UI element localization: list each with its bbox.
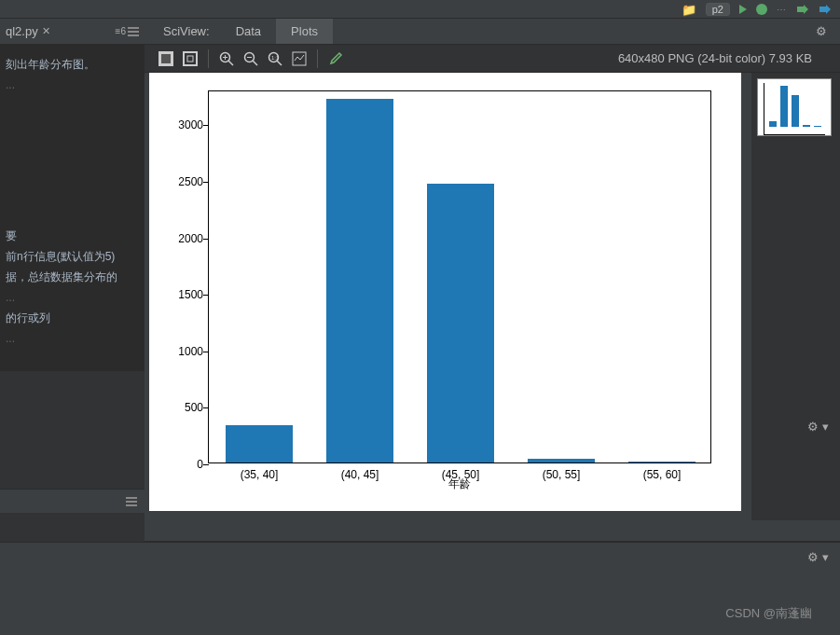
editor-tab[interactable]: ql2.py ✕ ≡6	[0, 19, 145, 45]
run-toolbar: 📁 p2 ⋯	[672, 0, 840, 19]
svg-text:1:1: 1:1	[271, 55, 280, 61]
code-fold: ...	[6, 287, 139, 308]
plot-thumbnail[interactable]	[757, 78, 832, 136]
x-axis-title: 年龄	[448, 476, 471, 492]
toolbar-separator	[208, 49, 209, 68]
sciview-tabbar: SciView: Data Plots ⚙	[145, 19, 840, 45]
y-tick-label: 2500	[168, 175, 203, 188]
x-tick-label: (50, 55]	[543, 468, 581, 481]
tab-data[interactable]: Data	[221, 19, 276, 44]
plot-canvas[interactable]: 050010001500200025003000(35, 40](40, 45]…	[149, 73, 741, 511]
y-tick	[203, 407, 209, 408]
more-run-icon[interactable]: ⋯	[777, 5, 786, 15]
y-tick	[203, 182, 209, 183]
debug-icon[interactable]	[756, 4, 767, 15]
code-line: 前n行信息(默认值为5)	[6, 246, 139, 267]
run-config-selector[interactable]: p2	[706, 3, 730, 16]
code-fold: ...	[6, 328, 139, 349]
gear-icon[interactable]: ⚙	[803, 24, 840, 38]
watermark-text: CSDN @南蓬幽	[725, 605, 812, 622]
toolbar-separator	[317, 49, 318, 68]
y-tick	[203, 295, 209, 296]
code-line: 要	[6, 226, 139, 246]
status-bar: ⚙ ▾ CSDN @南蓬幽	[0, 542, 840, 635]
y-tick	[203, 464, 209, 465]
editor-tab-filename: ql2.py	[6, 24, 38, 38]
code-fold: ...	[6, 75, 139, 95]
tab-plots[interactable]: Plots	[276, 19, 333, 44]
gear-icon[interactable]: ⚙ ▾	[807, 420, 829, 434]
x-tick-label: (40, 45]	[341, 468, 379, 481]
sciview-panel: SciView: Data Plots ⚙ 1:1 640x480 PNG (2…	[145, 19, 840, 541]
thumbnail-panel	[751, 73, 840, 520]
y-tick	[203, 239, 209, 240]
image-toolbar: 1:1 640x480 PNG (24-bit color) 7.93 KB	[145, 45, 840, 73]
chart-bar	[628, 462, 695, 462]
gear-icon[interactable]: ⚙ ▾	[807, 550, 829, 564]
svg-rect-1	[161, 54, 171, 63]
image-info-text: 640x480 PNG (24-bit color) 7.93 KB	[618, 51, 831, 65]
tab-list-icon[interactable]	[128, 27, 139, 36]
zoom-actual-icon[interactable]: 1:1	[263, 47, 287, 71]
x-tick-label: (55, 60]	[643, 468, 682, 481]
chart-bar	[427, 184, 493, 462]
code-line: 刻出年龄分布图。	[6, 54, 139, 75]
editor-tab-indicator: ≡6	[116, 26, 139, 36]
sciview-title: SciView:	[152, 19, 221, 44]
chart-bar	[226, 425, 292, 462]
y-tick-label: 1500	[168, 288, 203, 301]
code-line: 据，总结数据集分布的	[6, 267, 139, 287]
svg-rect-3	[187, 56, 193, 62]
run-arrow-green-icon[interactable]	[795, 4, 808, 15]
run-arrow-blue-icon[interactable]	[818, 4, 831, 15]
svg-line-9	[253, 61, 257, 65]
zoom-out-icon[interactable]	[239, 47, 263, 71]
folder-icon: 📁	[682, 3, 696, 17]
code-editor[interactable]: 刻出年龄分布图。 ... 要 前n行信息(默认值为5) 据，总结数据集分布的 .…	[0, 45, 145, 371]
run-icon[interactable]	[739, 5, 747, 14]
y-tick-label: 500	[168, 401, 203, 414]
editor-footer	[0, 489, 145, 513]
code-line: 的行或列	[6, 308, 139, 328]
chart-bar	[528, 459, 594, 462]
y-tick-label: 3000	[168, 118, 203, 131]
y-tick	[203, 352, 209, 352]
color-picker-icon[interactable]	[324, 47, 348, 71]
y-tick-label: 1000	[168, 345, 203, 358]
top-menubar: 📁 p2 ⋯	[0, 0, 840, 19]
chart-bar	[326, 99, 392, 462]
save-image-icon[interactable]	[287, 47, 311, 71]
y-tick	[203, 125, 209, 126]
zoom-in-icon[interactable]	[214, 47, 239, 71]
svg-rect-2	[184, 52, 197, 65]
menu-icon[interactable]	[126, 497, 137, 506]
y-tick-label: 2000	[168, 232, 203, 245]
fit-icon[interactable]	[178, 47, 202, 71]
chart-axes: 050010001500200025003000(35, 40](40, 45]…	[208, 90, 711, 463]
svg-line-5	[228, 61, 233, 65]
close-icon[interactable]: ✕	[42, 25, 50, 37]
editor-panel: ql2.py ✕ ≡6 刻出年龄分布图。 ... 要 前n行信息(默认值为5) …	[0, 19, 145, 615]
svg-line-12	[277, 61, 282, 65]
x-tick-label: (35, 40]	[241, 468, 279, 481]
y-tick-label: 0	[168, 458, 203, 471]
grid-icon[interactable]	[154, 47, 178, 71]
